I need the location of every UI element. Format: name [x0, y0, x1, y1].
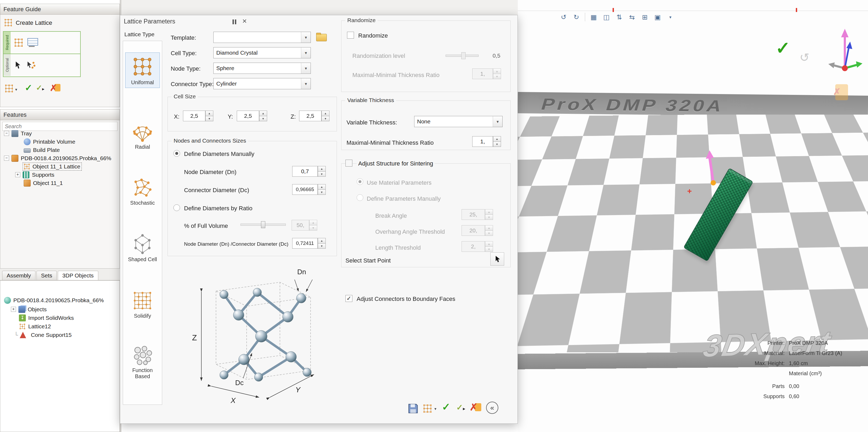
tree-item-build-plate[interactable]: Build Plate	[0, 146, 119, 154]
cell-type-combobox[interactable]: Diamond Crystal ▾	[213, 47, 311, 58]
diameter-ratio-field[interactable]: 0,72411	[292, 238, 318, 249]
cell-size-z-field[interactable]: 2,5	[299, 111, 321, 121]
connector-type-combobox[interactable]: Cylinder ▾	[213, 78, 311, 89]
collapse-dialog-button[interactable]: «	[486, 402, 498, 414]
type-uniformal[interactable]: Uniformal	[125, 53, 159, 88]
randomization-level-slider[interactable]	[445, 55, 478, 57]
tree-item-object-lattice[interactable]: Object 11_1 Lattice	[0, 162, 119, 171]
length-threshold-spinner[interactable]: ▴▾	[485, 241, 493, 252]
break-angle-field[interactable]: 25,	[462, 209, 485, 220]
swap-icon[interactable]: ⇆	[626, 12, 638, 22]
node-diameter-spinner[interactable]: ▴▾	[318, 166, 326, 177]
lattice-tool-dropdown-icon[interactable]: ▾	[15, 87, 17, 92]
tree-item-object[interactable]: Object 11_1	[0, 179, 119, 187]
tree-item-pdb-part[interactable]: − PDB-0018.4.20190625.Probka_66%	[0, 154, 119, 162]
node-diameter-field[interactable]: 0,7	[292, 166, 318, 177]
split-view-icon[interactable]: ◫	[600, 12, 612, 22]
close-icon[interactable]: ✕	[242, 18, 247, 25]
features-header[interactable]: Features	[0, 110, 120, 120]
apply-next-button[interactable]: ✓▸	[456, 403, 465, 412]
lattice-tool-icon[interactable]	[4, 83, 14, 93]
overhang-threshold-spinner[interactable]: ▴▾	[485, 225, 493, 236]
slider-thumb[interactable]	[261, 221, 265, 228]
rotate-left-icon[interactable]: ↺	[558, 12, 569, 22]
tree-item-supports[interactable]: + Supports	[0, 171, 119, 179]
expand-toggle-icon[interactable]: +	[11, 307, 16, 312]
chevron-down-icon[interactable]: ▾	[301, 78, 311, 89]
select-start-point-button[interactable]	[490, 252, 504, 266]
move-vertical-icon[interactable]: ⇅	[613, 12, 625, 22]
cell-size-y-spinner[interactable]: ▴▾	[259, 111, 267, 121]
full-volume-slider[interactable]	[241, 224, 286, 226]
tree-item-printable-volume[interactable]: Printable Volume	[0, 138, 119, 146]
randomize-ratio-field[interactable]: 1,	[472, 68, 493, 79]
tab-sets[interactable]: Sets	[36, 271, 57, 280]
cancel-button[interactable]: ✗	[470, 402, 481, 414]
define-by-ratio-radio[interactable]	[174, 204, 180, 211]
tab-assembly[interactable]: Assembly	[2, 271, 35, 280]
tab-3dp-objects[interactable]: 3DP Objects	[58, 271, 98, 280]
platform-grid-icon[interactable]: ▦	[588, 12, 599, 22]
length-threshold-field[interactable]: 2,	[462, 241, 485, 252]
cell-size-y-field[interactable]: 2,5	[237, 111, 259, 121]
thickness-ratio-field[interactable]: 1,	[472, 136, 493, 147]
ok-icon[interactable]: ✓	[25, 82, 32, 93]
confirm-check-icon[interactable]: ✓	[776, 38, 790, 58]
variable-thickness-combobox[interactable]: None ▾	[414, 116, 503, 127]
collapse-toggle-icon[interactable]: −	[4, 131, 9, 136]
feature-guide-header[interactable]: Feature Guide	[0, 4, 120, 15]
full-volume-field[interactable]: 50,	[292, 220, 309, 231]
node-type-combobox[interactable]: Sphere ▾	[213, 63, 311, 74]
break-angle-spinner[interactable]: ▴▾	[485, 209, 493, 220]
chevron-down-icon[interactable]: ▾	[493, 116, 502, 127]
adjust-connectors-checkbox[interactable]: ✓	[345, 295, 352, 302]
type-radial[interactable]: Radial	[125, 118, 159, 152]
cell-size-x-field[interactable]: 2,5	[183, 111, 205, 121]
edit-lattice-pointer-icon[interactable]	[26, 60, 36, 69]
tree-item-cone-support[interactable]: └ Cone Support15	[0, 331, 119, 339]
cell-size-x-spinner[interactable]: ▴▾	[205, 111, 213, 121]
optional-step-row[interactable]: Optional	[3, 54, 80, 76]
chevron-down-icon[interactable]: ▾	[301, 32, 311, 42]
sintering-checkbox[interactable]	[345, 160, 352, 167]
cell-size-z-spinner[interactable]: ▴▾	[321, 111, 330, 121]
fit-view-icon[interactable]: ▣	[652, 12, 663, 22]
full-volume-spinner[interactable]: ▴▾	[309, 220, 317, 231]
diameter-ratio-spinner[interactable]: ▴▾	[318, 238, 326, 249]
type-solidify[interactable]: Solidify	[125, 287, 159, 321]
tree-item-lattice12[interactable]: Lattice12	[0, 322, 119, 330]
thickness-ratio-spinner[interactable]: ▴▾	[493, 136, 501, 147]
toolbar-dropdown-icon[interactable]: ▾	[664, 12, 676, 22]
rotate-right-icon[interactable]: ↻	[570, 12, 582, 22]
connector-diameter-spinner[interactable]: ▴▾	[318, 184, 326, 195]
save-template-button[interactable]	[407, 402, 420, 415]
lattice-tool-button[interactable]	[421, 402, 434, 415]
slider-thumb[interactable]	[461, 52, 466, 59]
collapse-toggle-icon[interactable]: −	[4, 156, 9, 161]
apply-next-icon[interactable]: ✓▸	[36, 83, 44, 92]
type-shaped-cell[interactable]: Shaped Cell	[125, 231, 159, 265]
type-stochastic[interactable]: Stochastic	[125, 174, 159, 208]
define-params-radio[interactable]	[356, 194, 363, 201]
template-combobox[interactable]: ▾	[213, 32, 311, 43]
chevron-down-icon[interactable]: ▾	[301, 63, 311, 74]
expand-toggle-icon[interactable]: +	[15, 172, 20, 177]
select-pointer-icon[interactable]	[14, 60, 22, 69]
tree-item-import-solidworks[interactable]: ↧ Import SolidWorks	[0, 314, 119, 322]
cancel-icon[interactable]: ✗	[50, 83, 60, 93]
open-template-button[interactable]	[315, 32, 329, 43]
type-function-based[interactable]: Function Based	[125, 342, 159, 382]
tree-item-tray[interactable]: − Tray	[0, 129, 119, 138]
ok-button[interactable]: ✓	[442, 401, 451, 413]
lattice-icon[interactable]	[13, 37, 24, 48]
required-step-row[interactable]: Required	[3, 32, 80, 54]
randomize-checkbox[interactable]	[347, 32, 354, 39]
connector-diameter-field[interactable]: 0,96665	[292, 184, 318, 195]
viewport-3d[interactable]: ↺ ↻ ▦ ◫ ⇅ ⇆ ⊞ ▣ ▾ ProX DMP 320A 3DXpert …	[518, 0, 868, 432]
chevron-down-icon[interactable]: ▾	[301, 48, 311, 58]
overhang-threshold-field[interactable]: 20,	[462, 225, 485, 236]
add-object-icon[interactable]: ⊞	[639, 12, 651, 22]
parameters-table-icon[interactable]	[27, 38, 38, 48]
move-gizmo-arrow[interactable]	[701, 149, 723, 188]
randomize-ratio-spinner[interactable]: ▴▾	[493, 68, 501, 79]
